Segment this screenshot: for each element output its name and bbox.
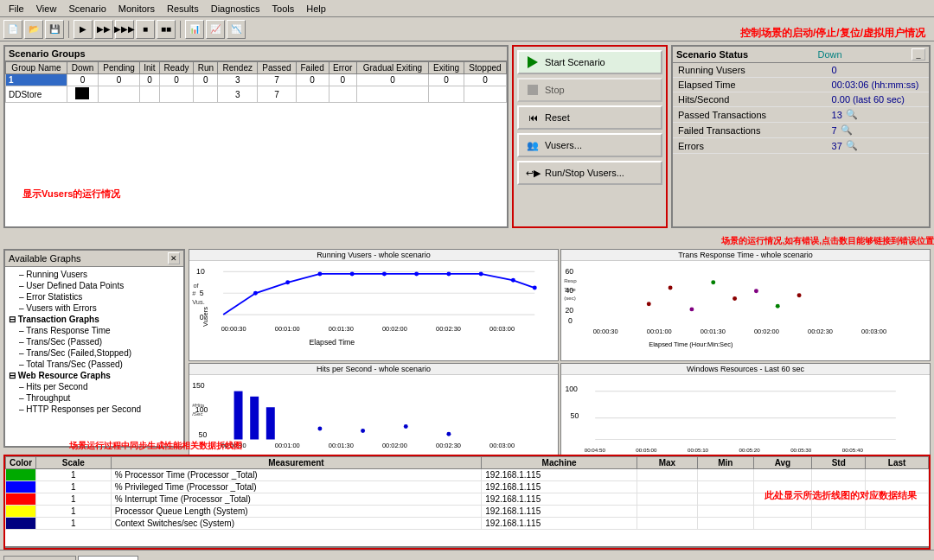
toolbar-run3[interactable]: ▶▶▶ — [115, 20, 134, 39]
search-icon[interactable]: 🔍 — [846, 109, 858, 120]
svg-text:100: 100 — [565, 384, 578, 392]
ss-status-value: Down — [818, 49, 842, 60]
stop-icon — [526, 83, 540, 97]
svg-text:00:03:00: 00:03:00 — [861, 328, 886, 335]
svg-text:150: 150 — [192, 381, 205, 390]
tree-running-vusers[interactable]: – Running Vusers — [7, 269, 182, 280]
ss-label-failed: Failed Transactions — [673, 123, 827, 138]
hits-per-second-title: Hits per Second - whole scenario — [189, 364, 558, 375]
ss-value-errors[interactable]: 37 — [832, 141, 842, 151]
svg-point-36 — [754, 289, 758, 293]
trans-response-title: Trans Response Time - whole scenario — [561, 250, 930, 261]
tree-web-resource-graphs[interactable]: ⊟ Web Resource Graphs — [7, 370, 182, 381]
svg-point-33 — [689, 307, 694, 311]
toolbar-run1[interactable]: ▶ — [74, 20, 93, 39]
scale-3: 1 — [36, 506, 112, 518]
tree-hits-per-second[interactable]: – Hits per Second — [7, 381, 182, 392]
svg-point-12 — [414, 271, 419, 276]
start-label: Start Scenario — [545, 57, 605, 67]
tree-trans-sec-passed[interactable]: – Trans/Sec (Passed) — [7, 336, 182, 347]
tree-error-stats[interactable]: – Error Statistics — [7, 291, 182, 302]
menu-help[interactable]: Help — [301, 3, 331, 15]
tabs-bar: Design Run — [0, 550, 934, 560]
ss-minimize-button[interactable]: _ — [912, 48, 925, 60]
tab-run[interactable]: Run — [78, 556, 138, 560]
menu-file[interactable]: File — [3, 3, 29, 15]
toolbar: 📄 📂 💾 ▶ ▶▶ ▶▶▶ ■ ■■ 📊 📈 📉 控制场景的启动/停止/复位/… — [0, 17, 934, 41]
ss-value-hits: 0.00 (last 60 sec) — [832, 94, 905, 105]
menu-tools[interactable]: Tools — [267, 3, 300, 15]
stop-button[interactable]: Stop — [517, 78, 662, 102]
th-scale: Scale — [36, 457, 112, 469]
ss-value-passed[interactable]: 13 — [832, 110, 842, 120]
toolbar-sep1 — [68, 21, 69, 38]
tree-trans-sec-failed[interactable]: – Trans/Sec (Failed,Stopped) — [7, 347, 182, 359]
col-passed: Passed — [258, 62, 297, 74]
th-color: Color — [6, 457, 36, 469]
color-cell-1 — [6, 481, 36, 493]
last-0 — [866, 469, 929, 481]
svg-text:00:03:00: 00:03:00 — [489, 325, 515, 333]
svg-point-11 — [382, 271, 387, 276]
svg-text:00:01:30: 00:01:30 — [329, 325, 354, 333]
ss-row-errors: Errors 37 🔍 — [673, 138, 929, 154]
search-icon[interactable]: 🔍 — [846, 140, 858, 151]
toolbar-graph2[interactable]: 📈 — [206, 20, 225, 39]
tree-http-responses[interactable]: – HTTP Responses per Second — [7, 404, 182, 415]
search-icon[interactable]: 🔍 — [841, 124, 853, 136]
trans-response-chart: Trans Response Time - whole scenario 60 … — [560, 249, 931, 361]
row1-exiting: 0 — [429, 74, 464, 86]
svg-text:00:05:00: 00:05:00 — [636, 447, 657, 453]
svg-text:00:01:30: 00:01:30 — [329, 442, 354, 449]
row1-run: 0 — [194, 74, 218, 86]
tree-transaction-graphs[interactable]: ⊟ Transaction Graphs — [7, 314, 182, 325]
ss-value-failed[interactable]: 7 — [832, 125, 837, 136]
tree-throughput[interactable]: – Throughput — [7, 392, 182, 404]
tree-total-trans[interactable]: – Total Trans/Sec (Passed) — [7, 359, 182, 370]
runstop-label: Run/Stop Vusers... — [545, 168, 624, 178]
row1-passed: 7 — [258, 74, 297, 86]
menu-monitors[interactable]: Monitors — [113, 3, 160, 15]
tree-user-defined[interactable]: – User Defined Data Points — [7, 280, 182, 291]
row2-failed — [296, 86, 329, 103]
toolbar-save[interactable]: 💾 — [45, 20, 64, 39]
tab-design[interactable]: Design — [3, 556, 76, 560]
toolbar-open[interactable]: 📂 — [24, 20, 43, 39]
svg-text:(sec): (sec) — [564, 295, 576, 301]
tree-trans-response[interactable]: – Trans Response Time — [7, 325, 182, 336]
avail-graphs-close[interactable]: ✕ — [168, 252, 180, 264]
toolbar-run2[interactable]: ▶▶ — [94, 20, 113, 39]
start-scenario-button[interactable]: Start Scenario — [517, 50, 662, 74]
toolbar-new[interactable]: 📄 — [3, 20, 22, 39]
toolbar-stop2[interactable]: ■■ — [157, 20, 176, 39]
ss-value-vusers[interactable]: 0 — [832, 65, 837, 75]
col-stopped: Stopped — [464, 62, 506, 74]
row2-rendez: 3 — [218, 86, 258, 103]
menu-view[interactable]: View — [31, 3, 62, 15]
toolbar-stop1[interactable]: ■ — [136, 20, 155, 39]
row1-stopped: 0 — [464, 74, 506, 86]
svg-text:20: 20 — [565, 306, 573, 315]
svg-text:00:03:00: 00:03:00 — [489, 442, 515, 449]
svg-text:00:02:00: 00:02:00 — [382, 325, 407, 333]
toolbar-graph3[interactable]: 📉 — [227, 20, 246, 39]
svg-point-32 — [669, 286, 673, 290]
reset-button[interactable]: ⏮ Reset — [517, 105, 662, 130]
row2-exiting — [429, 86, 464, 103]
menu-results[interactable]: Results — [162, 3, 204, 15]
last-3 — [866, 506, 929, 518]
runstop-vusers-button[interactable]: ↩▶ Run/Stop Vusers... — [517, 161, 662, 185]
svg-point-7 — [253, 291, 258, 296]
menu-diagnostics[interactable]: Diagnostics — [206, 3, 265, 15]
table-annotation: 此处显示所选折线图的对应数据结果 — [764, 489, 917, 502]
th-avg: Avg — [753, 457, 812, 469]
running-vusers-content: 10 5 0 Vusers — [189, 261, 558, 358]
reset-label: Reset — [545, 112, 570, 123]
toolbar-graph1[interactable]: 📊 — [185, 20, 204, 39]
vusers-button[interactable]: 👥 Vusers... — [517, 133, 662, 157]
vusers-label: Vusers... — [545, 140, 582, 150]
ss-header: Scenario Status Down _ — [673, 47, 929, 63]
menu-scenario[interactable]: Scenario — [63, 3, 111, 15]
row2-name: DDStore — [6, 86, 67, 103]
tree-vusers-errors[interactable]: – Vusers with Errors — [7, 302, 182, 314]
